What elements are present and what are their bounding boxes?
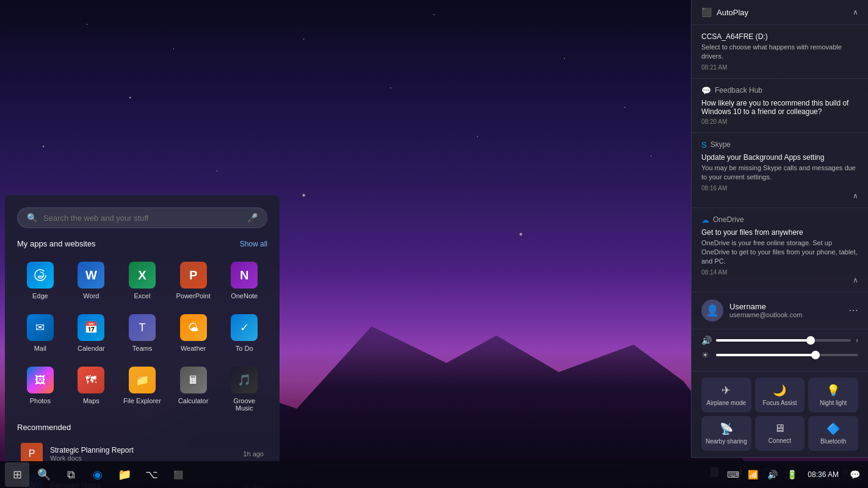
focus-assist-icon: 🌙 (773, 384, 786, 397)
onedrive-notif-time: 08:14 AM (701, 269, 858, 276)
action-center-button[interactable]: 💬 (846, 466, 863, 483)
calendar-icon: 📅 (78, 314, 104, 341)
rec-item-1-title: Strategic Planning Report (50, 446, 236, 454)
task-view-button[interactable]: ⧉ (59, 462, 83, 487)
maps-icon: 🗺 (78, 367, 104, 393)
user-info: Username username@outlook.com (729, 302, 842, 318)
feedback-app-row: 💬 Feedback Hub (701, 86, 858, 95)
start-button[interactable]: ⊞ (5, 462, 29, 487)
airplane-label: Airplane mode (707, 400, 746, 406)
todo-label: To Do (236, 345, 253, 352)
photos-icon: 🖼 (27, 367, 54, 393)
app-photos[interactable]: 🖼 Photos (17, 362, 63, 417)
apps-section-header: My apps and websites Show all (17, 239, 267, 248)
weather-label: Weather (181, 345, 206, 352)
autoplay-notif-body: Select to choose what happens with remov… (701, 43, 858, 62)
autoplay-notification: CCSA_A64FRE (D:) Select to choose what h… (692, 25, 868, 79)
app-edge[interactable]: Edge (17, 257, 63, 304)
bluetooth-button[interactable]: 🔷 Bluetooth (808, 416, 858, 451)
app-powerpoint[interactable]: P PowerPoint (170, 257, 217, 304)
autoplay-icon: ⬛ (701, 7, 712, 17)
app-mail[interactable]: ✉ Mail (17, 309, 63, 357)
mail-label: Mail (34, 345, 46, 352)
focus-assist-label: Focus Assist (762, 400, 797, 406)
onenote-label: OneNote (231, 292, 258, 300)
bluetooth-label: Bluetooth (820, 438, 846, 445)
feedback-notif-title: How likely are you to recommend this bui… (701, 99, 858, 116)
autoplay-title: AutoPlay (717, 8, 853, 17)
app-fileexplorer[interactable]: 📁 File Explorer (119, 362, 165, 417)
battery-icon[interactable]: 🔋 (783, 466, 800, 483)
volume-track[interactable] (716, 339, 851, 342)
autoplay-collapse-button[interactable]: ∧ (853, 8, 858, 16)
skype-expand-button[interactable]: ∧ (853, 192, 858, 200)
app-word[interactable]: W Word (68, 257, 115, 304)
onedrive-app-name: OneDrive (713, 215, 744, 224)
app-onenote[interactable]: N OneNote (221, 257, 267, 304)
skype-app-icon: S (701, 140, 707, 149)
groove-music-label: Groove Music (223, 397, 265, 412)
app-teams[interactable]: T Teams (119, 309, 165, 357)
onedrive-notif-title: Get to your files from anywhere (701, 228, 858, 237)
edge-label: Edge (32, 292, 48, 300)
autoplay-notif-time: 08:21 AM (701, 64, 858, 71)
git-taskbar-button[interactable]: ⌥ (139, 462, 164, 487)
feedback-app-icon: 💬 (701, 86, 711, 95)
volume-tray-icon[interactable]: 🔊 (764, 466, 781, 483)
system-clock[interactable]: 08:36 AM (804, 469, 842, 480)
powerpoint-label: PowerPoint (176, 292, 210, 300)
clock-time: 08:36 AM (808, 470, 839, 479)
brightness-icon: ☀ (701, 350, 711, 360)
user-menu-button[interactable]: ⋯ (848, 304, 858, 316)
airplane-mode-button[interactable]: ✈ Airplane mode (701, 378, 751, 412)
task-view-icon: ⧉ (67, 468, 75, 481)
photos-label: Photos (30, 397, 51, 404)
file-explorer-icon: 📁 (129, 367, 156, 393)
app-maps[interactable]: 🗺 Maps (68, 362, 115, 417)
app-calculator[interactable]: 🖩 Calculator (170, 362, 217, 417)
groove-music-icon: 🎵 (231, 367, 258, 393)
focus-assist-button[interactable]: 🌙 Focus Assist (755, 378, 805, 412)
file-explorer-taskbar-button[interactable]: 📁 (112, 462, 137, 487)
user-section: 👤 Username username@outlook.com ⋯ (692, 292, 868, 329)
edge-taskbar-button[interactable]: ◉ (85, 462, 110, 487)
app-calendar[interactable]: 📅 Calendar (68, 309, 115, 357)
nearby-sharing-button[interactable]: 📡 Nearby sharing (701, 416, 751, 451)
action-center-icon: 💬 (850, 470, 860, 479)
volume-fill (716, 339, 811, 342)
skype-notif-body: You may be missing Skype calls and messa… (701, 163, 858, 182)
app-excel[interactable]: X Excel (119, 257, 165, 304)
app-todo[interactable]: ✓ To Do (221, 309, 267, 357)
network-icon[interactable]: 📶 (744, 466, 761, 483)
terminal-taskbar-button[interactable]: ⬛ (166, 462, 190, 487)
onedrive-expand-button[interactable]: ∧ (853, 276, 858, 284)
connect-label: Connect (769, 437, 791, 444)
connect-button[interactable]: 🖥 Connect (755, 416, 805, 451)
autoplay-header: ⬛ AutoPlay ∧ (692, 0, 868, 25)
rec-item-1-time: 1h ago (243, 450, 264, 458)
excel-icon: X (129, 262, 156, 289)
search-input[interactable] (43, 214, 247, 223)
show-all-button[interactable]: Show all (240, 240, 267, 248)
app-groovemusic[interactable]: 🎵 Groove Music (221, 362, 267, 417)
taskbar-search-button[interactable]: 🔍 (32, 462, 56, 487)
night-light-label: Night light (820, 400, 847, 406)
search-box[interactable]: 🔍 🎤 (17, 207, 267, 228)
brightness-thumb[interactable] (811, 351, 820, 359)
brightness-track[interactable] (716, 354, 858, 356)
volume-thumb[interactable] (806, 336, 815, 345)
volume-expand-button[interactable]: › (856, 336, 858, 345)
user-avatar: 👤 (701, 300, 723, 321)
feedback-app-name: Feedback Hub (715, 86, 762, 95)
terminal-taskbar-icon: ⬛ (173, 470, 183, 479)
weather-icon: 🌤 (180, 314, 207, 341)
night-light-button[interactable]: 💡 Night light (808, 378, 858, 412)
volume-icon: 🔊 (701, 336, 711, 345)
app-weather[interactable]: 🌤 Weather (170, 309, 217, 357)
onedrive-app-row: ☁ OneDrive (701, 215, 858, 224)
start-menu: 🔍 🎤 My apps and websites Show all Edge W… (5, 195, 280, 482)
night-light-icon: 💡 (826, 384, 840, 397)
keyboard-icon[interactable]: ⌨ (725, 466, 742, 483)
brightness-slider-row: ☀ (701, 350, 858, 360)
nearby-sharing-icon: 📡 (720, 422, 733, 436)
